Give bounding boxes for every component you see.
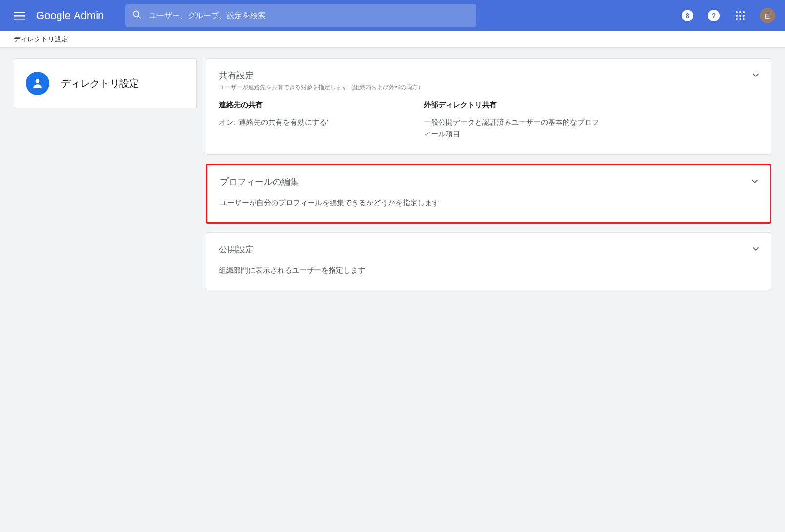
share-settings-row: 連絡先の共有 オン: '連絡先の共有を有効にする' 外部ディレクトリ共有 一般公… bbox=[219, 100, 758, 140]
app-header: Google Admin 8 ? E bbox=[0, 0, 785, 31]
svg-point-10 bbox=[743, 15, 745, 17]
visibility-settings-desc: 組織部門に表示されるユーザーを指定します bbox=[219, 266, 758, 275]
share-settings-card[interactable]: 共有設定 ユーザーが連絡先を共有できる対象を指定します（組織内および外部の両方）… bbox=[206, 58, 771, 155]
apps-button[interactable] bbox=[730, 6, 750, 25]
svg-point-11 bbox=[736, 18, 738, 20]
svg-point-6 bbox=[739, 11, 741, 13]
search-input[interactable] bbox=[149, 11, 470, 20]
svg-point-14 bbox=[36, 79, 40, 83]
chevron-down-icon bbox=[749, 176, 760, 187]
hamburger-icon bbox=[14, 10, 25, 21]
help-button[interactable]: ? bbox=[704, 6, 724, 25]
breadcrumb-text: ディレクトリ設定 bbox=[14, 35, 68, 44]
share-settings-subtitle: ユーザーが連絡先を共有できる対象を指定します（組織内および外部の両方） bbox=[219, 83, 758, 92]
notifications-icon: 8 bbox=[682, 10, 693, 21]
svg-point-3 bbox=[134, 11, 139, 17]
contact-sharing-block: 連絡先の共有 オン: '連絡先の共有を有効にする' bbox=[219, 100, 394, 140]
external-sharing-status: 一般公開データと認証済みユーザーの基本的なプロフィール項目 bbox=[424, 116, 599, 140]
content-area: ディレクトリ設定 共有設定 ユーザーが連絡先を共有できる対象を指定します（組織内… bbox=[0, 48, 785, 301]
visibility-expand-button[interactable] bbox=[750, 244, 761, 256]
chevron-down-icon bbox=[750, 244, 761, 254]
logo-admin-text: Admin bbox=[74, 9, 104, 22]
apps-icon bbox=[735, 11, 745, 20]
svg-point-5 bbox=[736, 11, 738, 13]
person-icon bbox=[26, 72, 49, 95]
share-settings-title: 共有設定 bbox=[219, 70, 758, 81]
profile-edit-title: プロフィールの編集 bbox=[220, 176, 757, 188]
directory-settings-title: ディレクトリ設定 bbox=[61, 77, 139, 90]
external-sharing-block: 外部ディレクトリ共有 一般公開データと認証済みユーザーの基本的なプロフィール項目 bbox=[424, 100, 599, 140]
chevron-down-icon bbox=[750, 70, 761, 80]
logo[interactable]: Google Admin bbox=[36, 9, 104, 22]
help-icon: ? bbox=[708, 10, 720, 21]
search-icon bbox=[132, 10, 142, 21]
profile-edit-card[interactable]: プロフィールの編集 ユーザーが自分のプロフィールを編集できるかどうかを指定します bbox=[206, 164, 771, 224]
svg-point-9 bbox=[739, 15, 741, 17]
external-sharing-title: 外部ディレクトリ共有 bbox=[424, 100, 599, 110]
svg-point-7 bbox=[743, 11, 745, 13]
search-box[interactable] bbox=[125, 4, 476, 27]
settings-list: 共有設定 ユーザーが連絡先を共有できる対象を指定します（組織内および外部の両方）… bbox=[206, 58, 771, 290]
contact-sharing-status: オン: '連絡先の共有を有効にする' bbox=[219, 116, 394, 128]
svg-rect-2 bbox=[14, 19, 25, 20]
svg-line-4 bbox=[138, 16, 141, 19]
svg-rect-0 bbox=[14, 12, 25, 13]
breadcrumb-bar: ディレクトリ設定 bbox=[0, 31, 785, 48]
svg-point-12 bbox=[739, 18, 741, 20]
contact-sharing-title: 連絡先の共有 bbox=[219, 100, 394, 110]
visibility-settings-card[interactable]: 公開設定 組織部門に表示されるユーザーを指定します bbox=[206, 232, 771, 290]
menu-button[interactable] bbox=[10, 6, 29, 25]
profile-edit-expand-button[interactable] bbox=[749, 176, 760, 189]
svg-point-8 bbox=[736, 15, 738, 17]
directory-settings-card[interactable]: ディレクトリ設定 bbox=[14, 58, 197, 108]
account-avatar[interactable]: E bbox=[760, 8, 775, 23]
svg-rect-1 bbox=[14, 15, 25, 17]
notifications-button[interactable]: 8 bbox=[678, 6, 697, 25]
visibility-settings-title: 公開設定 bbox=[219, 244, 758, 255]
svg-point-13 bbox=[743, 18, 745, 20]
share-expand-button[interactable] bbox=[750, 70, 761, 82]
logo-google-text: Google bbox=[36, 9, 71, 22]
profile-edit-desc: ユーザーが自分のプロフィールを編集できるかどうかを指定します bbox=[220, 198, 757, 208]
